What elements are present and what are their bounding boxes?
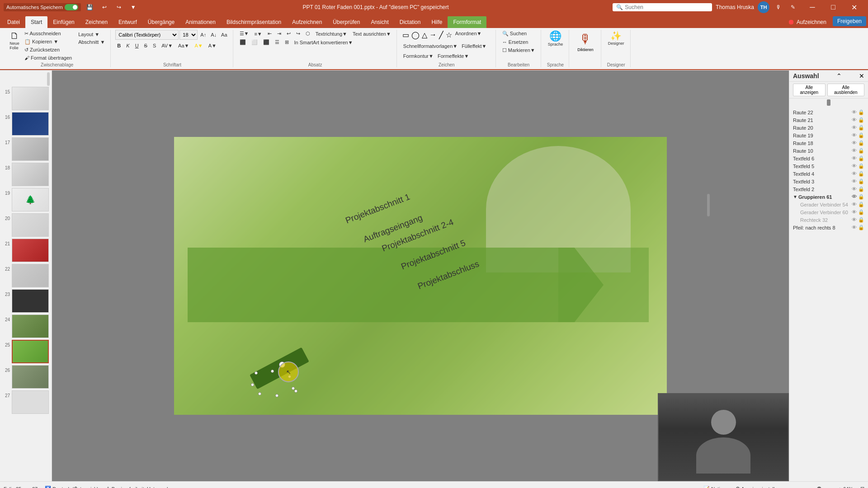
canvas-area[interactable]: Projektabschnitt 1 Auftragseingang Proje… [52,70,789,481]
feedback-icon[interactable]: ✎ [788,2,798,13]
zoom-controls[interactable]: − + 64% [796,486,853,488]
handle-tc[interactable] [271,370,274,373]
bullet-list-button[interactable]: ☰▼ [238,30,251,38]
tab-datei[interactable]: Datei [2,16,25,28]
view-settings-button[interactable]: ⚙ Anzeigeeinstellungen [736,486,789,488]
panel-item-textfeld2[interactable]: Textfeld 2 👁 🔒 [789,185,868,193]
align-justify-button[interactable]: ☰ [273,38,281,46]
font-increase-button[interactable]: A↑ [198,31,208,38]
kopieren-button[interactable]: 📋 Kopieren ▼ [23,38,74,46]
char-spacing-button[interactable]: AV▼ [160,42,175,49]
slide-thumb-15[interactable]: 15 [2,87,50,110]
panel-item-textfeld5[interactable]: Textfeld 5 👁 🔒 [789,162,868,170]
smartart-convert-button[interactable]: In SmartArt konvertieren▼ [292,39,355,46]
ausschneiden-button[interactable]: ✂ Ausschneiden [23,30,74,38]
toolbar-more-icon[interactable]: ▼ [128,2,139,13]
tab-animationen[interactable]: Animationen [180,16,221,28]
anordnen-button[interactable]: Anordnen▼ [453,30,484,37]
rtl-button[interactable]: ↩ [285,30,292,38]
abschnitt-button[interactable]: Abschnitt ▼ [76,38,107,46]
avatar[interactable]: TH [758,1,769,13]
highlight-color-button[interactable]: A▼ [193,42,204,49]
handle-mr[interactable] [292,387,295,390]
suchen-button[interactable]: 🔍 Suchen [500,30,528,38]
panel-item-raute21[interactable]: Raute 21 👁 🔒 [789,116,868,124]
diktieren-button[interactable]: 🎙 Diktieren [574,30,597,54]
handle-tl[interactable] [255,371,258,375]
tab-aufzeichnen[interactable]: Aufzeichnen [287,16,327,28]
slide-thumb-27[interactable]: 27 [2,390,50,414]
layout-button[interactable]: Layout ▼ [76,31,107,38]
panel-item-textfeld3[interactable]: Textfeld 3 👁 🔒 [789,178,868,185]
tab-ueberpruefen[interactable]: Überprüfen [327,16,365,28]
toolbar-undo-icon[interactable]: ↩ [99,2,110,13]
shape-oval[interactable]: ◯ [410,30,420,40]
record-button[interactable]: ⏺ Aufzeichnen [783,16,831,28]
kontur-button[interactable]: Formkontur▼ [401,52,435,60]
panel-item-gruppe61[interactable]: ▼ Gruppieren 61 👁 🔒 [789,193,868,201]
designer-button[interactable]: ✨ Designer [606,30,627,47]
handle-bl[interactable] [258,392,261,395]
notes-button[interactable]: 📝 Notizen [703,486,728,488]
minimize-button[interactable]: ─ [802,0,823,14]
font-color-button[interactable]: A▼ [207,42,218,49]
dictation-icon[interactable]: 🎙 [773,2,784,13]
tab-formformat[interactable]: Formformat [448,16,486,28]
panel-item-textfeld6[interactable]: Textfeld 6 👁 🔒 [789,155,868,162]
column-button[interactable]: ⊞ [283,38,291,46]
search-bar[interactable]: 🔍 [613,3,712,11]
slide-thumb-25[interactable]: 25 [2,340,50,363]
align-center-button[interactable]: ⬜ [250,38,259,46]
tab-hilfe[interactable]: Hilfe [426,16,448,28]
slide-thumb-16[interactable]: 16 [2,112,50,136]
panel-close-icon[interactable]: ✕ [859,72,864,80]
search-input[interactable] [625,4,697,10]
tab-bildschirm[interactable]: Bildschirmpräsentation [221,16,287,28]
shape-star[interactable]: ☆ [445,30,453,40]
zuruecksetzen-button[interactable]: ↺ Zurücksetzen [23,46,74,54]
toolbar-save-icon[interactable]: 💾 [85,2,95,13]
bold-button[interactable]: B [115,42,123,49]
tab-ansicht[interactable]: Ansicht [365,16,394,28]
autosave-toggle[interactable]: Automatisches Speichern [4,3,81,11]
smartart-button[interactable]: ⬡ [304,30,312,38]
slide-thumb-20[interactable]: 20 [2,213,50,237]
toolbar-redo-icon[interactable]: ↪ [113,2,124,13]
schnellformatvorlagen-button[interactable]: Schnellformatvorlagen▼ [401,42,459,50]
shape-line[interactable]: ╱ [438,30,444,40]
italic-button[interactable]: K [124,42,131,49]
font-clear-button[interactable]: Aa [219,31,229,38]
panel-item-raute10[interactable]: Raute 10 👁 🔒 [789,147,868,155]
handle-bc[interactable] [275,394,278,397]
indent-more-button[interactable]: ⇥ [275,30,283,38]
tab-entwurf[interactable]: Entwurf [113,16,142,28]
formeffekt-button[interactable]: Formeffekte▼ [436,52,471,60]
text-align-button[interactable]: Text ausrichten▼ [351,30,393,38]
slide-thumb-22[interactable]: 22 [2,264,50,287]
tab-dictation[interactable]: Dictation [394,16,426,28]
align-right-button[interactable]: ⬛ [261,38,271,46]
show-all-button[interactable]: Alle anzeigen [793,84,826,96]
hide-all-button[interactable]: Alle ausblenden [827,84,864,96]
shape-rect[interactable]: ▭ [401,30,410,40]
numbered-list-button[interactable]: ≡▼ [252,30,264,38]
align-left-button[interactable]: ⬛ [238,38,248,46]
font-size-select[interactable]: 18 [179,30,198,40]
panel-item-verbinder54[interactable]: Gerader Verbinder 54 👁 🔒 [789,201,868,208]
panel-item-rechteck32[interactable]: Rechteck 32 👁 🔒 [789,216,868,224]
shape-tri[interactable]: △ [421,30,428,40]
fit-button[interactable]: ⊡ [860,486,864,488]
ltr-button[interactable]: ↪ [294,30,302,38]
slide-thumb-19[interactable]: 19 🌲 [2,188,50,211]
slide-thumb-23[interactable]: 23 [2,289,50,313]
panel-item-raute22[interactable]: Raute 22 👁 🔒 [789,108,868,116]
format-button[interactable]: 🖌 Format übertragen [23,54,74,61]
handle-br[interactable] [294,389,297,393]
panel-item-raute18[interactable]: Raute 18 👁 🔒 [789,139,868,147]
panel-item-raute19[interactable]: Raute 19 👁 🔒 [789,131,868,139]
close-button[interactable]: ✕ [844,0,864,14]
shape-arrow[interactable]: → [429,30,438,40]
sprache-button[interactable]: 🌐 Sprache [546,30,566,48]
tab-zeichnen[interactable]: Zeichnen [80,16,113,28]
handle-ml[interactable] [251,383,254,386]
